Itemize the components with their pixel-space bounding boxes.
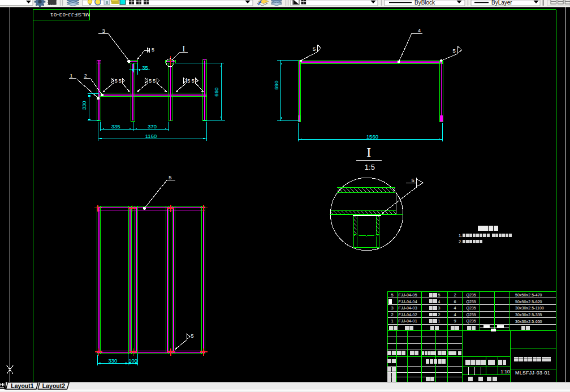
svg-text:5: 5 — [412, 177, 414, 183]
svg-text:50x50x2.5-620: 50x50x2.5-620 — [515, 300, 542, 304]
svg-text:100: 100 — [128, 357, 137, 364]
svg-text:660: 660 — [213, 88, 219, 97]
svg-text:4: 4 — [438, 300, 441, 304]
svg-text:4: 4 — [454, 312, 456, 317]
svg-text:MLSFJJ-03-01: MLSFJJ-03-01 — [50, 12, 90, 18]
svg-text:FJJ-04-02: FJJ-04-02 — [399, 313, 417, 317]
svg-text:1: 1 — [438, 319, 441, 323]
svg-text:2: 2 — [84, 73, 87, 79]
svg-text:FJJ-04-01: FJJ-04-01 — [399, 319, 417, 323]
svg-text:5: 5 — [191, 333, 194, 339]
svg-text:1: 1 — [70, 73, 73, 79]
svg-text:330: 330 — [108, 357, 117, 364]
svg-text:2: 2 — [438, 313, 441, 317]
svg-text:1.: 1. — [459, 233, 462, 238]
svg-text:ByLayer: ByLayer — [491, 0, 512, 6]
svg-text:1160: 1160 — [145, 133, 157, 139]
svg-text:I: I — [182, 45, 185, 53]
svg-text:330: 330 — [81, 101, 87, 110]
svg-text:1:10: 1:10 — [500, 369, 510, 374]
svg-text:FJJ-04-05: FJJ-04-05 — [399, 293, 417, 297]
svg-text:3: 3 — [438, 306, 441, 310]
svg-text:FJJ-04-03: FJJ-04-03 — [399, 306, 417, 310]
svg-text:MLSFJJ-03-01: MLSFJJ-03-01 — [515, 370, 550, 376]
svg-text:50x50x2.5-470: 50x50x2.5-470 — [515, 293, 542, 297]
svg-text:Layout1: Layout1 — [11, 382, 33, 389]
svg-text:5: 5 — [115, 78, 118, 84]
svg-text:35: 35 — [142, 64, 148, 71]
svg-text:370: 370 — [148, 123, 157, 130]
svg-text:3: 3 — [102, 28, 105, 34]
svg-text:30x30x2.5-335: 30x30x2.5-335 — [515, 313, 542, 317]
svg-text:FJJ-04-04: FJJ-04-04 — [399, 300, 417, 304]
svg-text:690: 690 — [273, 81, 279, 90]
svg-text:2: 2 — [454, 292, 456, 298]
svg-text:5: 5 — [192, 78, 195, 84]
svg-text:9: 9 — [454, 318, 456, 324]
svg-text:5: 5 — [152, 47, 154, 53]
svg-text:5: 5 — [438, 293, 441, 297]
svg-text:335: 335 — [111, 123, 120, 130]
svg-text:5: 5 — [119, 78, 122, 84]
svg-text:Layout2: Layout2 — [42, 382, 65, 389]
svg-text:5: 5 — [453, 48, 456, 54]
svg-text:I: I — [366, 145, 371, 160]
svg-text:Q235: Q235 — [466, 300, 476, 304]
svg-text:1:5: 1:5 — [365, 163, 375, 171]
svg-text:Q235: Q235 — [466, 306, 476, 311]
svg-text:4: 4 — [454, 305, 456, 311]
svg-text:5: 5 — [153, 78, 156, 84]
svg-text:30x30x2.5-650: 30x30x2.5-650 — [515, 320, 542, 324]
svg-text:5: 5 — [187, 78, 190, 84]
svg-text:2.: 2. — [459, 239, 462, 244]
svg-text:Q235: Q235 — [466, 293, 476, 298]
svg-text:6: 6 — [454, 299, 456, 304]
svg-text:3: 3 — [391, 305, 394, 311]
svg-text:1: 1 — [391, 318, 394, 324]
svg-text:Q235: Q235 — [466, 319, 476, 324]
svg-text:2: 2 — [391, 312, 394, 317]
svg-text:Q235: Q235 — [466, 313, 476, 317]
svg-text:4: 4 — [418, 28, 421, 33]
svg-text:5: 5 — [391, 292, 394, 298]
svg-text:5: 5 — [313, 46, 316, 52]
svg-text:1560: 1560 — [366, 133, 378, 140]
svg-text:30x30x2.5-1100: 30x30x2.5-1100 — [515, 306, 544, 310]
svg-text:5: 5 — [149, 78, 152, 84]
svg-text:5: 5 — [169, 174, 171, 180]
svg-text:ByBlock: ByBlock — [414, 0, 435, 6]
